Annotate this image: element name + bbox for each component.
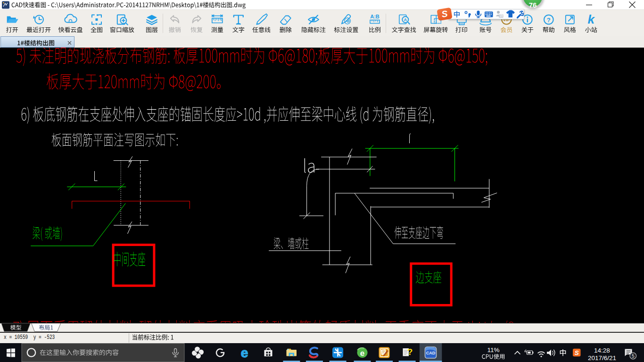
svg-text:k: k bbox=[588, 12, 595, 26]
svg-text:11%: 11% bbox=[487, 346, 499, 354]
svg-text:15: 15 bbox=[499, 14, 503, 17]
svg-text:A: A bbox=[404, 17, 407, 22]
svg-text:e: e bbox=[360, 349, 364, 358]
svg-text:A:B: A:B bbox=[370, 14, 380, 19]
svg-text:5: 5 bbox=[632, 354, 635, 359]
svg-text:2017/6/21: 2017/6/21 bbox=[588, 354, 616, 362]
svg-text:?: ? bbox=[547, 16, 551, 24]
svg-text:S: S bbox=[575, 349, 579, 356]
svg-text:e: e bbox=[241, 346, 248, 360]
svg-text:14:28: 14:28 bbox=[594, 347, 610, 354]
svg-text:CAD: CAD bbox=[426, 351, 436, 355]
svg-text:?: ? bbox=[407, 347, 413, 357]
